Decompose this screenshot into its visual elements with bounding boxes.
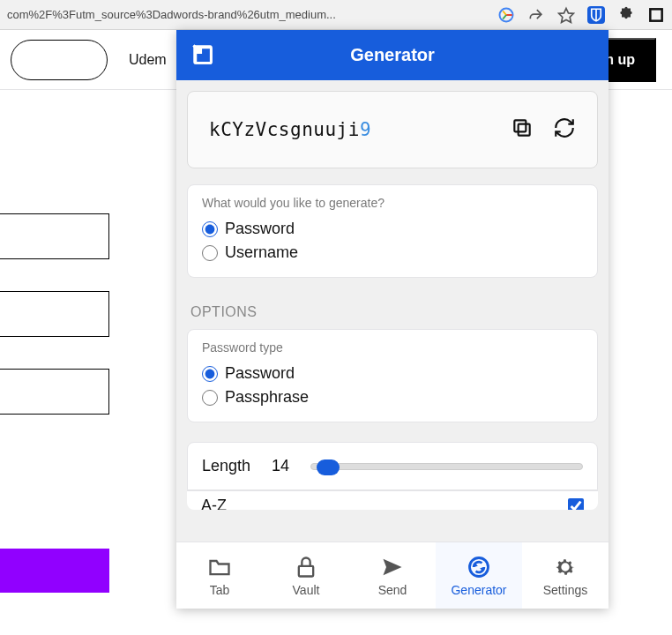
share-icon[interactable]: [527, 6, 545, 24]
send-icon: [380, 555, 405, 579]
popup-body: kCYzVcsgnuuji9 What would you like to ge…: [176, 80, 609, 542]
az-checkbox[interactable]: [568, 498, 584, 511]
tab-tab[interactable]: Tab: [176, 542, 263, 609]
regenerate-icon[interactable]: [553, 116, 576, 143]
tab-tab-label: Tab: [210, 583, 230, 597]
generated-password-card: kCYzVcsgnuuji9: [187, 91, 598, 168]
radio-type-password[interactable]: Password: [202, 362, 583, 385]
length-slider[interactable]: [310, 463, 583, 470]
bitwarden-extension-icon[interactable]: [587, 6, 605, 24]
google-icon[interactable]: [497, 6, 515, 24]
az-label: A-Z: [201, 497, 227, 510]
radio-username-label: Username: [225, 243, 298, 262]
radio-type-password-input[interactable]: [202, 366, 218, 382]
svg-rect-5: [519, 124, 530, 136]
submit-button[interactable]: [0, 549, 109, 593]
generated-password-text: kCYzVcsgnuuji9: [209, 119, 371, 140]
bitwarden-popup: Generator kCYzVcsgnuuji9 What would you …: [176, 30, 609, 609]
refresh-icon: [467, 555, 491, 579]
omnibox-url[interactable]: com%2F%3Futm_source%3Dadwords-brand%26ut…: [7, 8, 489, 21]
radio-password-input[interactable]: [202, 221, 218, 237]
popup-header: Generator: [176, 30, 609, 80]
tab-send-label: Send: [378, 583, 407, 597]
extensions-icon[interactable]: [617, 6, 635, 24]
svg-rect-7: [299, 565, 313, 576]
options-label: OPTIONS: [190, 304, 594, 320]
slider-thumb[interactable]: [317, 459, 340, 475]
length-label: Length: [202, 457, 250, 475]
tab-vault-label: Vault: [293, 583, 320, 597]
popup-tabbar: Tab Vault Send Generator Settings: [176, 542, 609, 609]
tab-settings[interactable]: Settings: [522, 542, 609, 609]
password-type-card: Password type Password Passphrase: [187, 329, 598, 422]
browser-address-bar: com%2F%3Futm_source%3Dadwords-brand%26ut…: [0, 0, 672, 30]
tab-settings-label: Settings: [543, 583, 588, 597]
form-field[interactable]: [0, 291, 109, 337]
lock-icon: [294, 555, 318, 579]
radio-type-passphrase-label: Passphrase: [225, 388, 309, 407]
az-toggle-row: A-Z: [187, 490, 598, 510]
tab-generator-label: Generator: [451, 583, 506, 597]
svg-rect-6: [514, 120, 526, 131]
tab-send[interactable]: Send: [349, 542, 436, 609]
generate-type-card: What would you like to generate? Passwor…: [187, 184, 598, 278]
star-icon[interactable]: [557, 6, 575, 24]
generate-question: What would you like to generate?: [202, 196, 583, 210]
radio-username-input[interactable]: [202, 245, 218, 261]
tab-vault[interactable]: Vault: [263, 542, 349, 609]
radio-type-passphrase-input[interactable]: [202, 390, 218, 406]
radio-password-label: Password: [225, 220, 295, 238]
length-value: 14: [272, 457, 289, 475]
radio-type-passphrase[interactable]: Passphrase: [202, 385, 583, 409]
popup-title: Generator: [350, 45, 435, 65]
form-field[interactable]: [0, 213, 109, 259]
gear-icon: [553, 555, 578, 579]
password-type-label: Password type: [202, 340, 583, 355]
svg-point-8: [470, 557, 489, 576]
copy-icon[interactable]: [511, 116, 534, 143]
folder-icon: [207, 555, 232, 579]
nav-brand-text: Udem: [129, 52, 167, 68]
tab-generator[interactable]: Generator: [436, 542, 522, 609]
popout-icon[interactable]: [190, 42, 215, 71]
length-card: Length 14: [187, 442, 598, 490]
radio-type-password-label: Password: [225, 364, 295, 383]
window-icon[interactable]: [647, 6, 665, 24]
svg-rect-2: [650, 9, 661, 20]
svg-marker-1: [559, 8, 574, 22]
radio-username[interactable]: Username: [202, 241, 583, 265]
radio-password[interactable]: Password: [202, 217, 583, 241]
search-pill[interactable]: [11, 40, 108, 80]
form-field[interactable]: [0, 369, 109, 415]
